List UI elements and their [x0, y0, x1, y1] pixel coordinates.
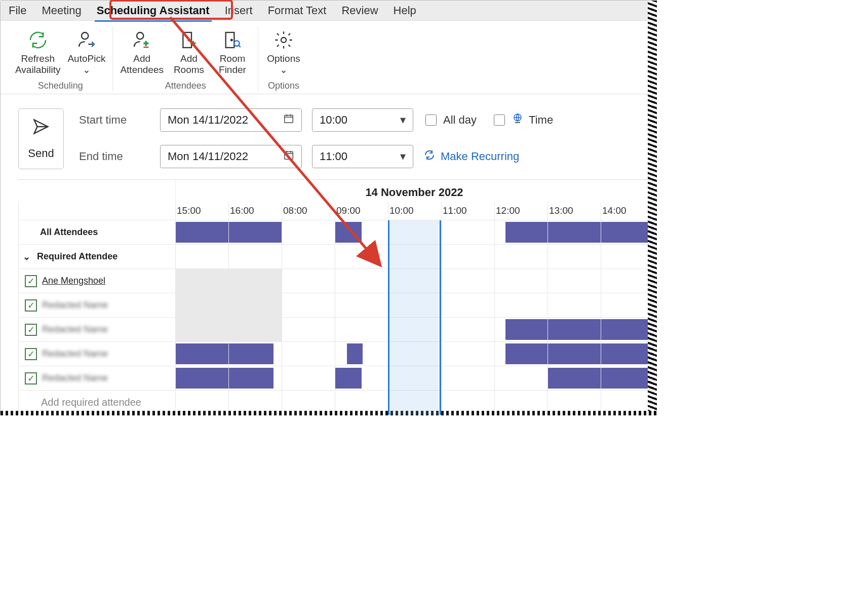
busy-block: [229, 368, 273, 389]
chevron-down-icon: ▾: [400, 150, 406, 163]
time-col-header: 15:00: [176, 202, 229, 220]
ribbon-group-label: Attendees: [165, 81, 206, 91]
tab-review[interactable]: Review: [338, 3, 381, 19]
start-time-label: Start time: [79, 113, 150, 127]
all-day-checkbox-input[interactable]: [425, 114, 437, 126]
options-button[interactable]: Options⌄: [263, 26, 304, 78]
checkmark-icon[interactable]: ✓: [25, 275, 37, 287]
add-attendees-button[interactable]: Add Attendees: [118, 26, 166, 78]
time-col-header: 12:00: [495, 202, 548, 220]
refresh-availability-button[interactable]: Refresh Availability: [13, 26, 62, 78]
svg-point-8: [281, 37, 286, 43]
attendee-row[interactable]: ✓Redacted Name: [19, 342, 654, 366]
nonworking-block: [229, 293, 282, 317]
checkmark-icon[interactable]: ✓: [25, 372, 37, 384]
send-label: Send: [28, 147, 54, 160]
recurrence-icon: [423, 149, 436, 164]
door-search-icon: [222, 28, 243, 52]
start-time-value: 10:00: [320, 113, 347, 127]
schedule-date-header: 14 November 2022: [175, 180, 653, 202]
end-time-field[interactable]: 11:00 ▾: [312, 145, 413, 168]
busy-block: [505, 343, 547, 364]
schedule-grid: 14 November 2022 15:00 16:00 08:00 09:00…: [18, 179, 653, 415]
svg-point-7: [234, 41, 240, 46]
calendar-icon: [283, 149, 294, 164]
attendee-row[interactable]: ✓Redacted Name: [19, 293, 654, 318]
options-label: Options⌄: [267, 53, 300, 75]
nonworking-block: [176, 269, 228, 293]
add-attendee-placeholder[interactable]: Add required attendee: [21, 397, 175, 408]
room-finder-button[interactable]: Room Finder: [212, 26, 253, 78]
door-add-icon: [179, 28, 199, 52]
timezones-checkbox[interactable]: Time: [492, 112, 553, 128]
add-rooms-button[interactable]: Add Rooms: [169, 26, 209, 78]
svg-point-4: [188, 40, 190, 41]
busy-block: [548, 343, 601, 364]
busy-block: [505, 222, 547, 243]
svg-rect-5: [226, 32, 234, 48]
svg-point-1: [82, 32, 88, 39]
timezones-checkbox-input[interactable]: [494, 114, 505, 126]
attendee-name: Redacted Name: [42, 324, 108, 335]
time-col-header: 16:00: [229, 202, 282, 220]
nonworking-block: [176, 293, 228, 317]
tab-meeting[interactable]: Meeting: [38, 3, 84, 19]
tab-file[interactable]: File: [6, 3, 29, 19]
autopick-label: AutoPick⌄: [67, 53, 105, 75]
tab-scheduling-assistant[interactable]: Scheduling Assistant: [94, 3, 213, 19]
busy-block: [601, 222, 654, 243]
chevron-down-icon: ⌄: [280, 64, 288, 75]
checkmark-icon[interactable]: ✓: [25, 324, 37, 336]
calendar-icon: [283, 113, 294, 127]
required-attendee-group-row[interactable]: ⌄Required Attendee: [19, 245, 654, 269]
timezones-label: Time: [529, 113, 553, 127]
attendee-row[interactable]: ✓Redacted Name: [19, 318, 654, 342]
checkmark-icon[interactable]: ✓: [25, 348, 37, 360]
checkmark-icon[interactable]: ✓: [25, 299, 37, 312]
end-time-value: 11:00: [320, 150, 347, 163]
gear-icon: [273, 28, 294, 52]
ribbon: Refresh Availability AutoPick⌄ Schedulin…: [1, 21, 653, 94]
start-time-field[interactable]: 10:00 ▾: [312, 108, 413, 132]
tab-help[interactable]: Help: [390, 3, 419, 19]
time-col-header: 11:00: [442, 202, 495, 220]
time-col-header: 10:00: [388, 202, 442, 220]
ribbon-tab-strip: File Meeting Scheduling Assistant Insert…: [1, 1, 653, 21]
chevron-down-icon: ⌄: [83, 64, 91, 75]
refresh-icon: [28, 28, 48, 52]
busy-block: [548, 368, 601, 389]
attendee-name: Redacted Name: [42, 300, 108, 311]
time-col-header: 13:00: [548, 202, 601, 220]
add-attendee-row[interactable]: Add required attendee: [19, 391, 654, 415]
meeting-time-form: Send Start time Mon 14/11/2022 10:00 ▾ A…: [1, 94, 653, 179]
all-day-checkbox[interactable]: All day: [423, 113, 477, 127]
busy-block: [347, 343, 363, 364]
busy-block: [548, 222, 601, 243]
make-recurring-link[interactable]: Make Recurring: [423, 149, 519, 164]
attendee-name: Ane Mengshoel: [42, 276, 105, 286]
busy-block: [601, 368, 654, 389]
time-col-header: 09:00: [335, 202, 388, 220]
busy-block: [335, 368, 362, 389]
attendee-row[interactable]: ✓Redacted Name: [19, 366, 654, 391]
nonworking-block: [229, 269, 282, 293]
attendee-row[interactable]: ✓Ane Mengshoel: [19, 269, 654, 293]
add-attendees-label: Add Attendees: [120, 53, 164, 75]
tab-insert[interactable]: Insert: [222, 3, 256, 19]
send-button[interactable]: Send: [18, 108, 64, 169]
time-col-header: 14:00: [601, 202, 654, 220]
ribbon-group-attendees: Add Attendees Add Rooms Room Finder Atte…: [113, 26, 258, 91]
busy-block: [176, 368, 228, 389]
autopick-button[interactable]: AutoPick⌄: [65, 26, 107, 78]
busy-block: [229, 343, 273, 364]
attendee-name: Redacted Name: [42, 349, 108, 359]
svg-point-6: [231, 40, 232, 41]
busy-block: [176, 343, 228, 364]
chevron-down-icon: ⌄: [23, 251, 32, 262]
tab-format-text[interactable]: Format Text: [265, 3, 330, 19]
end-time-label: End time: [79, 150, 150, 163]
attendee-name: Redacted Name: [42, 373, 108, 383]
start-date-field[interactable]: Mon 14/11/2022: [160, 108, 302, 132]
required-attendee-label: Required Attendee: [37, 251, 118, 262]
end-date-field[interactable]: Mon 14/11/2022: [160, 145, 302, 168]
